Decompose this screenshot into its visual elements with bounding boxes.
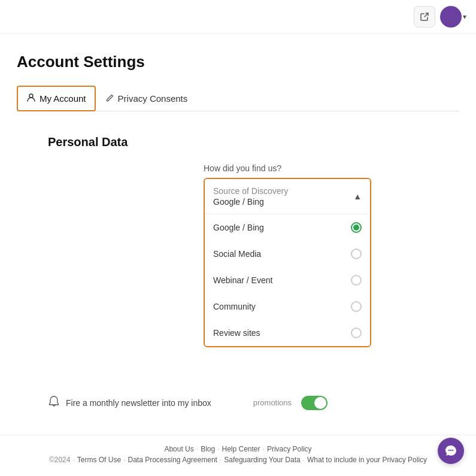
tab-privacy-consents[interactable]: Privacy Consents <box>96 86 198 111</box>
newsletter-trailing: promotions <box>253 398 292 407</box>
dropdown-selected-value: Google / Bing <box>213 197 288 207</box>
footer-link-terms[interactable]: Terms Of Use <box>77 456 121 464</box>
user-icon <box>26 93 36 104</box>
tab-my-account-label: My Account <box>40 93 86 104</box>
footer-links-2: ©2024 · Terms Of Use · Data Processing A… <box>12 456 464 464</box>
source-of-discovery-dropdown[interactable]: Source of Discovery Google / Bing ▲ Goog… <box>204 178 371 347</box>
svg-point-0 <box>29 94 33 98</box>
section-title: Personal Data <box>48 135 459 149</box>
svg-point-3 <box>452 450 453 451</box>
newsletter-toggle[interactable] <box>301 396 328 410</box>
option-label-social-media: Social Media <box>213 249 261 259</box>
dropdown-options: Google / Bing Social Media Webinar / Eve… <box>205 214 370 346</box>
radio-google-bing <box>351 222 362 233</box>
top-nav: ▾ <box>0 0 476 34</box>
option-social-media[interactable]: Social Media <box>205 241 370 267</box>
personal-data-right: How did you find us? Source of Discovery… <box>204 163 459 347</box>
toggle-knob <box>314 397 326 409</box>
option-label-webinar-event: Webinar / Event <box>213 275 272 285</box>
tabs: My Account Privacy Consents <box>17 86 459 111</box>
option-label-review-sites: Review sites <box>213 328 260 338</box>
dropdown-chevron-icon: ▲ <box>353 192 362 201</box>
footer-link-help[interactable]: Help Center <box>222 445 260 453</box>
edit-icon <box>105 93 114 104</box>
footer-link-blog[interactable]: Blog <box>201 445 215 453</box>
radio-social-media <box>351 248 362 259</box>
personal-data-left <box>17 163 184 347</box>
svg-point-2 <box>450 450 451 451</box>
main-content: Account Settings My Account Privacy Cons… <box>0 34 476 410</box>
option-webinar-event[interactable]: Webinar / Event <box>205 267 370 293</box>
personal-data-area: How did you find us? Source of Discovery… <box>17 163 459 347</box>
dropdown-header[interactable]: Source of Discovery Google / Bing ▲ <box>205 179 370 214</box>
newsletter-icon <box>48 395 60 410</box>
footer-link-include-privacy[interactable]: What to include in your Privacy Policy <box>307 456 427 464</box>
option-label-google-bing: Google / Bing <box>213 223 264 232</box>
radio-community <box>351 301 362 312</box>
footer-link-about[interactable]: About Us <box>164 445 193 453</box>
svg-point-1 <box>448 450 450 451</box>
avatar-chevron-icon: ▾ <box>463 13 466 21</box>
dropdown-title: Source of Discovery <box>213 186 288 196</box>
tab-my-account[interactable]: My Account <box>17 86 96 111</box>
footer: About Us · Blog · Help Center · Privacy … <box>0 435 476 476</box>
export-icon-btn[interactable] <box>414 6 435 28</box>
find-us-label: How did you find us? <box>204 163 459 173</box>
option-google-bing[interactable]: Google / Bing <box>205 214 370 241</box>
footer-copyright: ©2024 <box>49 456 71 464</box>
page-title: Account Settings <box>17 53 459 71</box>
footer-link-privacy[interactable]: Privacy Policy <box>267 445 312 453</box>
option-review-sites[interactable]: Review sites <box>205 320 370 346</box>
user-avatar-wrapper[interactable]: ▾ <box>440 6 466 28</box>
tab-privacy-consents-label: Privacy Consents <box>118 93 188 104</box>
radio-review-sites <box>351 328 362 338</box>
option-label-community: Community <box>213 302 256 311</box>
dropdown-header-text: Source of Discovery Google / Bing <box>213 186 288 207</box>
newsletter-text: Fire a monthly newsletter into my inbox <box>66 398 211 408</box>
chat-bubble-btn[interactable] <box>438 438 464 464</box>
newsletter-row: Fire a monthly newsletter into my inbox … <box>48 395 459 410</box>
footer-link-dpa[interactable]: Data Processing Agreement <box>128 456 217 464</box>
radio-webinar-event <box>351 275 362 286</box>
footer-links: About Us · Blog · Help Center · Privacy … <box>12 445 464 453</box>
option-community[interactable]: Community <box>205 293 370 320</box>
footer-link-safeguarding[interactable]: Safeguarding Your Data <box>224 456 300 464</box>
avatar <box>440 6 462 28</box>
